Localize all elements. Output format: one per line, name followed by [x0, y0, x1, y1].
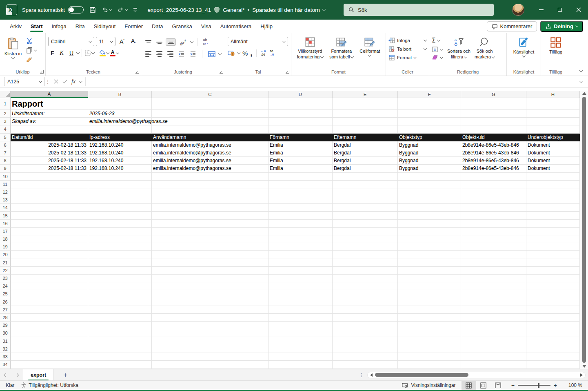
underline-dropdown-icon[interactable]	[76, 51, 80, 54]
clear-button[interactable]	[432, 55, 443, 60]
cell-A27[interactable]	[11, 306, 88, 314]
cell-A2[interactable]: Utskriftsdatum:	[11, 110, 88, 118]
borders-icon[interactable]	[84, 50, 91, 56]
column-header-G[interactable]: G	[461, 91, 526, 98]
cell-E7[interactable]: Bergdal	[333, 149, 398, 157]
cell-B24[interactable]	[88, 282, 152, 290]
cell-H20[interactable]	[526, 251, 580, 259]
row-header-5[interactable]: 5	[0, 134, 11, 141]
cell-C28[interactable]	[152, 314, 268, 322]
row-header-25[interactable]: 25	[0, 290, 11, 298]
cell-E34[interactable]	[333, 361, 398, 369]
save-status[interactable]: Sparades till den här datorn	[252, 7, 320, 13]
align-middle-button[interactable]	[155, 39, 164, 45]
scroll-up-icon[interactable]	[582, 92, 586, 95]
cell-C3[interactable]	[152, 118, 268, 125]
cell-F18[interactable]	[398, 235, 461, 243]
cell-F32[interactable]	[398, 345, 461, 353]
tab-sidlayout[interactable]: Sidlayout	[90, 21, 120, 32]
cell-A5[interactable]: Datum/tid	[11, 134, 88, 141]
cell-F3[interactable]	[398, 118, 461, 125]
cell-F29[interactable]	[398, 322, 461, 329]
cell-H16[interactable]	[526, 220, 580, 228]
cell-D4[interactable]	[268, 125, 333, 133]
row-header-17[interactable]: 17	[0, 228, 11, 235]
tabbar-handle[interactable]: ⋮	[359, 372, 364, 378]
cell-H3[interactable]	[526, 118, 580, 125]
align-bottom-button[interactable]	[166, 38, 176, 46]
cell-B29[interactable]	[88, 322, 152, 329]
cell-A6[interactable]: 2025-02-18 11:33	[11, 141, 88, 149]
comments-button[interactable]: Kommentarer	[487, 21, 537, 31]
horizontal-scrollbar[interactable]	[367, 372, 586, 378]
cell-A9[interactable]: 2025-02-18 11:33	[11, 165, 88, 172]
cell-D23[interactable]	[268, 275, 333, 282]
cell-G1[interactable]	[461, 98, 526, 110]
find-select-button[interactable]: Sök ochmarkera	[473, 36, 497, 61]
cell-D26[interactable]	[268, 298, 333, 306]
merge-center-button[interactable]	[206, 50, 217, 58]
tab-start[interactable]: Start	[27, 21, 47, 32]
cell-D32[interactable]	[268, 345, 333, 353]
cell-D1[interactable]	[268, 98, 333, 110]
zoom-slider-knob[interactable]	[538, 383, 539, 388]
bold-button[interactable]: F	[48, 49, 57, 57]
cell-H30[interactable]	[526, 329, 580, 337]
page-break-view-button[interactable]	[491, 381, 506, 390]
cell-H4[interactable]	[526, 125, 580, 133]
display-settings-button[interactable]: Visningsinställningar	[396, 382, 461, 388]
cell-F31[interactable]	[398, 337, 461, 345]
fill-color-dropdown-icon[interactable]	[106, 51, 109, 54]
cell-E30[interactable]	[333, 329, 398, 337]
cell-G5[interactable]: Objekt-uid	[461, 134, 526, 141]
cell-A30[interactable]	[11, 329, 88, 337]
cell-A12[interactable]	[11, 188, 88, 196]
cell-F21[interactable]	[398, 259, 461, 267]
cell-E10[interactable]	[333, 173, 398, 181]
cell-C18[interactable]	[152, 235, 268, 243]
title-dropdown-icon[interactable]	[322, 7, 326, 11]
column-header-F[interactable]: F	[398, 91, 461, 98]
fill-button[interactable]	[432, 46, 443, 53]
cell-D17[interactable]	[268, 228, 333, 235]
cell-G29[interactable]	[461, 322, 526, 329]
cell-E26[interactable]	[333, 298, 398, 306]
cell-A11[interactable]	[11, 181, 88, 188]
cell-A34[interactable]	[11, 361, 88, 369]
cell-G21[interactable]	[461, 259, 526, 267]
copy-icon[interactable]	[26, 47, 33, 54]
conditional-formatting-button[interactable]: Villkorsstyrdformatering	[295, 36, 326, 61]
format-cells-button[interactable]: Format	[388, 54, 426, 61]
cell-B20[interactable]	[88, 251, 152, 259]
cell-E13[interactable]	[333, 196, 398, 204]
cell-E29[interactable]	[333, 322, 398, 329]
cell-B31[interactable]	[88, 337, 152, 345]
tab-granska[interactable]: Granska	[168, 21, 196, 32]
increase-font-button[interactable]: Aˆ	[117, 38, 127, 45]
cell-E14[interactable]	[333, 204, 398, 212]
cell-A21[interactable]	[11, 259, 88, 267]
cell-G20[interactable]	[461, 251, 526, 259]
cell-C33[interactable]	[152, 353, 268, 361]
cell-F14[interactable]	[398, 204, 461, 212]
cell-F34[interactable]	[398, 361, 461, 369]
copy-dropdown-icon[interactable]	[34, 48, 37, 51]
cell-B10[interactable]	[88, 173, 152, 181]
cell-D31[interactable]	[268, 337, 333, 345]
cell-D6[interactable]: Emilia	[268, 141, 333, 149]
cell-E22[interactable]	[333, 267, 398, 275]
row-header-7[interactable]: 7	[0, 149, 11, 157]
cell-G27[interactable]	[461, 306, 526, 314]
row-header-33[interactable]: 33	[0, 353, 11, 361]
cell-B16[interactable]	[88, 220, 152, 228]
cell-D7[interactable]: Emilia	[268, 149, 333, 157]
cell-B32[interactable]	[88, 345, 152, 353]
addins-button[interactable]: Tillägg	[547, 36, 564, 56]
paste-button[interactable]: Klistra in	[2, 37, 24, 60]
cell-A28[interactable]	[11, 314, 88, 322]
redo-dropdown-icon[interactable]	[125, 7, 128, 11]
zoom-in-button[interactable]: +	[554, 382, 557, 389]
cell-E19[interactable]	[333, 243, 398, 251]
cell-G14[interactable]	[461, 204, 526, 212]
cell-E28[interactable]	[333, 314, 398, 322]
